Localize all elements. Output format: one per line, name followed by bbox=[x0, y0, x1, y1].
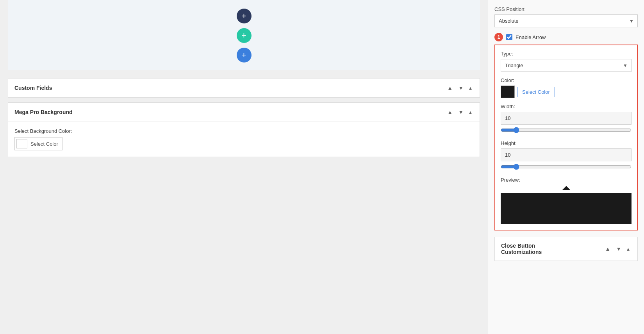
color-swatch-black bbox=[501, 86, 515, 98]
arrow-settings-box: Type: Triangle Square Circle ▼ Color: Se… bbox=[494, 45, 638, 230]
enable-arrow-row: 1 Enable Arrow bbox=[494, 33, 638, 41]
select-color-btn-label: Select Color bbox=[522, 89, 550, 95]
width-label: Width: bbox=[501, 104, 632, 109]
close-button-controls: ▲ ▼ ▴ bbox=[603, 245, 631, 253]
select-bg-color-button[interactable]: Select Color bbox=[14, 137, 62, 150]
add-button-teal[interactable]: + bbox=[237, 28, 252, 43]
height-label: Height: bbox=[501, 140, 632, 146]
close-button-header: Close Button Customizations ▲ ▼ ▴ bbox=[495, 237, 637, 261]
preview-label: Preview: bbox=[501, 177, 632, 183]
css-position-label: CSS Position: bbox=[494, 6, 638, 12]
close-button-menu[interactable]: ▴ bbox=[625, 245, 631, 253]
css-position-select-wrapper: Absolute Relative Fixed Static ▼ bbox=[494, 14, 638, 27]
mega-pro-bg-header: Mega Pro Background ▲ ▼ ▴ bbox=[8, 103, 480, 121]
custom-fields-controls: ▲ ▼ ▴ bbox=[446, 84, 473, 92]
height-slider[interactable] bbox=[501, 164, 632, 170]
close-button-title: Close Button bbox=[501, 243, 542, 249]
select-bg-color-btn-label: Select Color bbox=[30, 141, 58, 147]
enable-arrow-checkbox[interactable] bbox=[506, 34, 512, 40]
preview-triangle-icon bbox=[562, 186, 570, 190]
close-button-subtitle: Customizations bbox=[501, 249, 542, 255]
mega-pro-bg-controls: ▲ ▼ ▴ bbox=[446, 108, 473, 116]
close-button-up[interactable]: ▲ bbox=[603, 245, 612, 253]
color-field-row: Select Color bbox=[501, 86, 632, 98]
preview-box bbox=[501, 193, 632, 224]
canvas-area: + + + bbox=[8, 0, 480, 70]
mega-pro-bg-down[interactable]: ▼ bbox=[457, 108, 465, 116]
left-panel: + + + Custom Fields ▲ ▼ ▴ Mega Pro Backg… bbox=[0, 0, 488, 334]
width-slider[interactable] bbox=[501, 127, 632, 133]
custom-fields-header: Custom Fields ▲ ▼ ▴ bbox=[8, 79, 480, 97]
width-input[interactable] bbox=[501, 112, 632, 125]
bg-color-swatch bbox=[16, 139, 27, 148]
css-position-select[interactable]: Absolute Relative Fixed Static bbox=[494, 14, 638, 27]
custom-fields-up[interactable]: ▲ bbox=[446, 84, 454, 92]
select-color-button[interactable]: Select Color bbox=[517, 87, 555, 97]
mega-pro-bg-body: Select Background Color: Select Color bbox=[8, 121, 480, 157]
add-button-blue[interactable]: + bbox=[237, 48, 252, 63]
close-button-down[interactable]: ▼ bbox=[614, 245, 623, 253]
right-panel: CSS Position: Absolute Relative Fixed St… bbox=[488, 0, 644, 334]
add-button-dark[interactable]: + bbox=[237, 9, 252, 23]
custom-fields-menu[interactable]: ▴ bbox=[467, 84, 473, 92]
custom-fields-panel: Custom Fields ▲ ▼ ▴ bbox=[8, 78, 480, 98]
type-label: Type: bbox=[501, 51, 632, 57]
custom-fields-title: Custom Fields bbox=[14, 85, 52, 91]
type-select[interactable]: Triangle Square Circle bbox=[501, 59, 632, 72]
mega-pro-bg-panel: Mega Pro Background ▲ ▼ ▴ Select Backgro… bbox=[8, 102, 480, 157]
color-label: Color: bbox=[501, 77, 632, 83]
type-select-wrapper: Triangle Square Circle ▼ bbox=[501, 59, 632, 72]
enable-arrow-label: Enable Arrow bbox=[516, 34, 546, 40]
height-input[interactable] bbox=[501, 148, 632, 161]
mega-pro-bg-menu[interactable]: ▴ bbox=[467, 108, 473, 116]
custom-fields-down[interactable]: ▼ bbox=[457, 84, 465, 92]
preview-wrapper bbox=[501, 186, 632, 224]
close-button-title-group: Close Button Customizations bbox=[501, 243, 542, 255]
close-button-section: Close Button Customizations ▲ ▼ ▴ bbox=[494, 237, 638, 261]
select-bg-color-label: Select Background Color: bbox=[14, 128, 473, 134]
mega-pro-bg-up[interactable]: ▲ bbox=[446, 108, 454, 116]
mega-pro-bg-title: Mega Pro Background bbox=[14, 109, 73, 115]
enable-arrow-badge: 1 bbox=[494, 33, 503, 41]
